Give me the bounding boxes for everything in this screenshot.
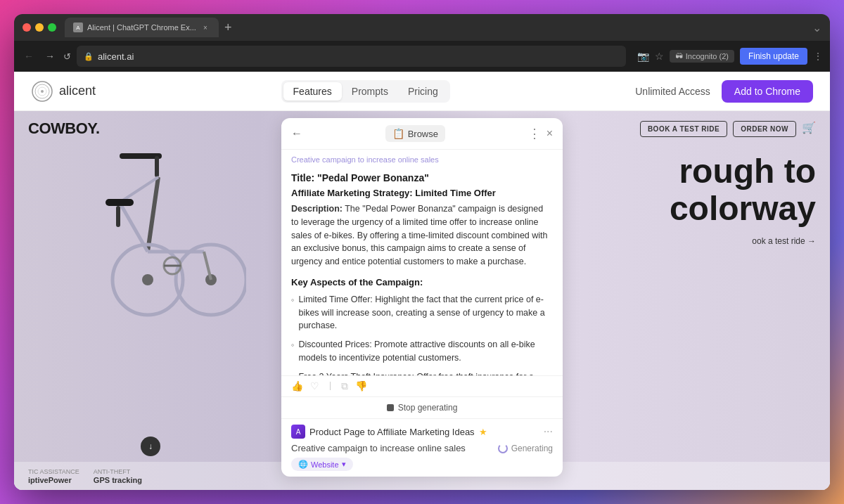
url-text: alicent.ai xyxy=(98,51,134,62)
cowboy-heading-area: rough to colorway ook a test ride → xyxy=(670,153,816,246)
main-area: COWBOY. BOOK A TEST RIDE ORDER NOW 🛒 xyxy=(14,111,830,490)
svg-rect-11 xyxy=(116,206,120,227)
feature-value-1: iptivePower xyxy=(28,476,79,484)
bike-image xyxy=(35,125,246,371)
prompt-input-row: Creative campaign to increase online sal… xyxy=(291,443,553,453)
chat-context: Creative campaign to increase online sal… xyxy=(281,150,563,167)
stop-label: Stop generating xyxy=(398,403,458,413)
add-to-chrome-button[interactable]: Add to Chrome xyxy=(722,80,813,103)
cowboy-heading-line2: colorway xyxy=(670,190,816,228)
description-prefix: Description: xyxy=(291,204,343,214)
chat-title: Title: "Pedal Power Bonanza" xyxy=(291,172,553,183)
finish-update-button[interactable]: Finish update xyxy=(740,48,807,65)
chat-body: Title: "Pedal Power Bonanza" Affiliate M… xyxy=(281,167,563,375)
alicent-logo-text: alicent xyxy=(59,84,96,98)
alicent-logo[interactable]: alicent xyxy=(31,80,96,103)
book-test-ride-button[interactable]: BOOK A TEST RIDE xyxy=(640,121,727,137)
stop-icon xyxy=(387,404,394,411)
menu-icon[interactable]: ⋮ xyxy=(813,51,823,62)
thumbs-down-icon[interactable]: 👎 xyxy=(355,380,367,392)
star-icon[interactable]: ☆ xyxy=(655,51,664,62)
incognito-badge: 🕶 Incognito (2) xyxy=(670,50,734,63)
nav-links: Features Prompts Pricing xyxy=(281,80,450,103)
nav-features[interactable]: Features xyxy=(283,82,342,101)
stop-generating-bar: Stop generating xyxy=(281,396,563,418)
chat-section-title: Key Aspects of the Campaign: xyxy=(291,277,553,287)
copy-icon[interactable]: ⧉ xyxy=(341,380,348,392)
url-bar[interactable]: 🔒 alicent.ai xyxy=(77,46,626,67)
alicent-navbar: alicent Features Prompts Pricing Unlimit… xyxy=(14,72,830,111)
nav-right: Unlimited Access Add to Chrome xyxy=(635,80,813,103)
new-tab-button[interactable]: + xyxy=(222,20,235,35)
thumbs-up-icon[interactable]: 👍 xyxy=(291,380,303,392)
cowboy-heading-line1: rough to xyxy=(670,153,816,190)
scroll-down-button[interactable]: ↓ xyxy=(141,437,160,456)
cart-icon[interactable]: 🛒 xyxy=(802,121,816,137)
finish-update-label: Finish update xyxy=(748,51,799,61)
incognito-icon: 🕶 xyxy=(675,52,683,60)
prompt-star-icon[interactable]: ★ xyxy=(479,427,487,437)
lock-icon: 🔒 xyxy=(84,52,94,61)
refresh-button[interactable]: ↺ xyxy=(63,51,71,62)
cowboy-nav-buttons: BOOK A TEST RIDE ORDER NOW 🛒 xyxy=(640,121,816,137)
prompt-input-text: Creative campaign to increase online sal… xyxy=(291,443,466,453)
alicent-logo-icon xyxy=(31,80,53,103)
order-now-button[interactable]: ORDER NOW xyxy=(733,121,796,137)
nav-prompts[interactable]: Prompts xyxy=(342,82,398,101)
svg-rect-10 xyxy=(106,199,134,206)
unlimited-access-link[interactable]: Unlimited Access xyxy=(635,86,710,97)
browse-icon: 📋 xyxy=(392,128,404,139)
tab-close-button[interactable]: × xyxy=(200,22,210,32)
title-bar: A Alicent | ChatGPT Chrome Ex... × + ⌄ xyxy=(14,14,830,41)
chat-list: Limited Time Offer: Highlight the fact t… xyxy=(291,293,553,375)
traffic-lights xyxy=(23,23,56,32)
chat-action-icons: 👍 ♡ | ⧉ 👎 xyxy=(291,380,367,392)
prompt-icon: A xyxy=(291,425,305,439)
mac-window: A Alicent | ChatGPT Chrome Ex... × + ⌄ ←… xyxy=(14,14,830,490)
prompt-title-area: A Product Page to Affiliate Marketing Id… xyxy=(291,425,487,439)
prompt-section: A Product Page to Affiliate Marketing Id… xyxy=(281,418,563,477)
minimize-traffic-light[interactable] xyxy=(35,23,44,32)
feature-gps: Anti-theft GPS tracking xyxy=(94,468,142,484)
chat-browse-button[interactable]: 📋 Browse xyxy=(385,125,445,142)
tab-favicon: A xyxy=(73,22,83,32)
camera-icon[interactable]: 📷 xyxy=(637,51,649,62)
tab-title: Alicent | ChatGPT Chrome Ex... xyxy=(87,23,196,32)
prompt-more-button[interactable]: ··· xyxy=(544,425,553,438)
back-button[interactable]: ← xyxy=(21,48,37,65)
website-badge[interactable]: 🌐 Website ▾ xyxy=(291,458,353,471)
list-item-1: Limited Time Offer: Highlight the fact t… xyxy=(291,293,553,332)
feature-adaptive: tic assistance iptivePower xyxy=(28,468,79,484)
close-traffic-light[interactable] xyxy=(23,23,31,32)
maximize-traffic-light[interactable] xyxy=(48,23,56,32)
chat-subtitle: Affiliate Marketing Strategy: Limited Ti… xyxy=(291,188,553,198)
generating-badge: Generating xyxy=(498,444,553,453)
feature-label-1: tic assistance xyxy=(28,468,79,475)
svg-point-3 xyxy=(41,90,44,93)
stop-generating-button[interactable]: Stop generating xyxy=(387,403,458,413)
chat-more-button[interactable]: ⋮ xyxy=(528,126,541,141)
website-chevron: ▾ xyxy=(342,460,346,469)
chat-back-button[interactable]: ← xyxy=(291,127,302,140)
heart-icon[interactable]: ♡ xyxy=(310,380,319,392)
book-test-ride-link[interactable]: ook a test ride → xyxy=(670,236,816,246)
prompt-title-text: Product Page to Affiliate Marketing Idea… xyxy=(309,427,475,437)
feature-label-2: Anti-theft xyxy=(94,468,142,475)
chat-close-button[interactable]: × xyxy=(546,127,553,140)
active-tab[interactable]: A Alicent | ChatGPT Chrome Ex... × xyxy=(65,18,219,37)
chat-actions: 👍 ♡ | ⧉ 👎 xyxy=(281,375,563,396)
nav-pricing[interactable]: Pricing xyxy=(398,82,448,101)
generating-spinner xyxy=(498,444,508,453)
forward-button[interactable]: → xyxy=(42,48,58,65)
incognito-label: Incognito (2) xyxy=(686,52,729,60)
page-content: alicent Features Prompts Pricing Unlimit… xyxy=(14,72,830,490)
feature-value-2: GPS tracking xyxy=(94,476,142,484)
svg-line-9 xyxy=(120,177,158,202)
browse-label: Browse xyxy=(408,129,438,139)
chat-description: Description: The "Pedal Power Bonanza" c… xyxy=(291,202,553,269)
list-item-3: Free 2 Years Theft Insurance: Offer free… xyxy=(291,370,553,376)
chat-header: ← 📋 Browse ⋮ × xyxy=(281,118,563,150)
list-item-2: Discounted Prices: Promote attractive di… xyxy=(291,338,553,365)
prompt-header: A Product Page to Affiliate Marketing Id… xyxy=(291,425,553,439)
tab-bar: A Alicent | ChatGPT Chrome Ex... × + xyxy=(65,18,812,37)
